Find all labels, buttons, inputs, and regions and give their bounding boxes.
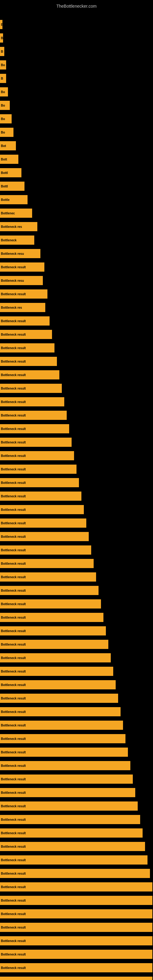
bar-row: Bottleneck [0, 234, 153, 246]
bar: Bottleneck result [0, 465, 76, 474]
bar: Bottleneck result [0, 653, 111, 662]
bar-row: Bottleneck result [0, 773, 153, 785]
bar: Bottleneck resu [0, 249, 40, 258]
bar: Bottleneck result [0, 384, 62, 393]
bar: Bottleneck result [0, 761, 131, 770]
bar: Bottleneck result [0, 950, 152, 959]
bar: Bottleneck result [0, 438, 72, 447]
bar: Bottleneck result [0, 317, 49, 326]
bar: Bottleneck result [0, 896, 152, 905]
bar: Bottl [0, 181, 24, 191]
bar-row: Bottleneck result [0, 800, 153, 812]
bar-row: Bottleneck result [0, 342, 153, 354]
bar: Bottleneck result [0, 559, 94, 568]
bar: Bottleneck result [0, 680, 116, 689]
bar-row: Bottleneck result [0, 813, 153, 826]
bar-row: Bott [0, 153, 153, 165]
bar-row: Bottleneck result [0, 625, 153, 637]
bar: Bottleneck res [0, 303, 45, 312]
bar: B [0, 74, 6, 83]
bar-row: Bottleneck result [0, 665, 153, 678]
bar: Bottleneck result [0, 262, 45, 272]
bar: Bottlenec [0, 208, 32, 218]
bar-row: Bottleneck result [0, 611, 153, 624]
bar: Bottleneck result [0, 519, 86, 528]
bar-row: Bottleneck result [0, 328, 153, 340]
bar-row: Bottleneck result [0, 517, 153, 529]
bar: Bottleneck result [0, 411, 67, 420]
bar: Bottleneck result [0, 586, 99, 595]
bar: Bottleneck result [0, 802, 138, 811]
bar: Bottleneck result [0, 626, 106, 635]
bar-row: Bottleneck result [0, 423, 153, 435]
bar-row: Bottleneck result [0, 840, 153, 853]
bar: Bottleneck result [0, 640, 108, 649]
bar-row: Bottleneck result [0, 692, 153, 705]
bar-row: Bottleneck result [0, 759, 153, 772]
bar: Bottleneck result [0, 573, 96, 582]
bar-row: Bottleneck result [0, 530, 153, 542]
bar-row: B [0, 32, 153, 44]
site-title: TheBottlenecker.com [0, 1, 153, 11]
bar: Bo [0, 128, 13, 137]
bar-row: Bottleneck result [0, 746, 153, 758]
bar: Bottleneck result [0, 775, 133, 784]
bar: B [0, 47, 4, 56]
bar: Bottleneck result [0, 478, 79, 487]
bar: B [0, 33, 3, 43]
bar: Bottl [0, 168, 21, 177]
bar-row: Bottleneck result [0, 490, 153, 502]
bar: Bottleneck result [0, 936, 152, 945]
bar-row: Bottleneck result [0, 652, 153, 664]
bar-row: Bottleneck result [0, 369, 153, 381]
bar-row: Bottleneck result [0, 733, 153, 745]
bar-row: Bo [0, 113, 153, 125]
bar: Bottleneck result [0, 505, 84, 514]
bar-row: Bottleneck resu [0, 247, 153, 260]
bar-row: Bottleneck result [0, 557, 153, 570]
bar: Bottleneck result [0, 613, 104, 622]
bar: Bot [0, 141, 16, 150]
bar-row: Bottleneck result [0, 706, 153, 718]
bar: Bott [0, 155, 18, 164]
bar-row: Bo [0, 126, 153, 138]
bar: Bo [0, 87, 8, 97]
bar: Bottleneck result [0, 370, 59, 379]
bar: Bottleneck result [0, 869, 150, 878]
bar: Bottle [0, 195, 27, 204]
bar: Bottleneck result [0, 290, 48, 299]
bar: Bo [0, 60, 6, 70]
bar: Bottleneck result [0, 546, 91, 555]
bar-row: Bottleneck result [0, 288, 153, 300]
bar-row: Bottleneck result [0, 355, 153, 368]
bar-row: Bottleneck result [0, 477, 153, 489]
bar-row: Bottleneck result [0, 867, 153, 880]
bar: Bottleneck result [0, 909, 152, 918]
bar: B [0, 20, 2, 29]
bar: Bottleneck result [0, 963, 152, 972]
bar: Bo [0, 101, 10, 110]
bar: Bottleneck result [0, 721, 123, 730]
bar-row: Bottleneck result [0, 894, 153, 907]
bar-row: Bottleneck result [0, 881, 153, 893]
bar-row: Bottleneck result [0, 436, 153, 449]
bar-row: Bottlenec [0, 207, 153, 219]
bar-row: Bottleneck result [0, 827, 153, 839]
bar: Bottleneck result [0, 343, 54, 353]
bar-row: B [0, 72, 153, 84]
bar-row: B [0, 18, 153, 30]
bar: Bottleneck result [0, 397, 64, 406]
bar: Bottleneck result [0, 734, 126, 743]
bar-row: Bottleneck result [0, 409, 153, 422]
bar-row: Bottleneck result [0, 908, 153, 920]
bar-row: Bottleneck res [0, 221, 153, 233]
bar-row: Bottleneck result [0, 786, 153, 799]
bar-row: Bot [0, 140, 153, 152]
bar: Bottleneck result [0, 855, 148, 865]
bar: Bottleneck result [0, 599, 101, 609]
bar-row: Bottl [0, 167, 153, 179]
bar-row: Bottleneck result [0, 382, 153, 395]
bar: Bottleneck result [0, 424, 69, 433]
bar-row: Bottleneck result [0, 719, 153, 731]
bar: Bottleneck result [0, 694, 118, 703]
